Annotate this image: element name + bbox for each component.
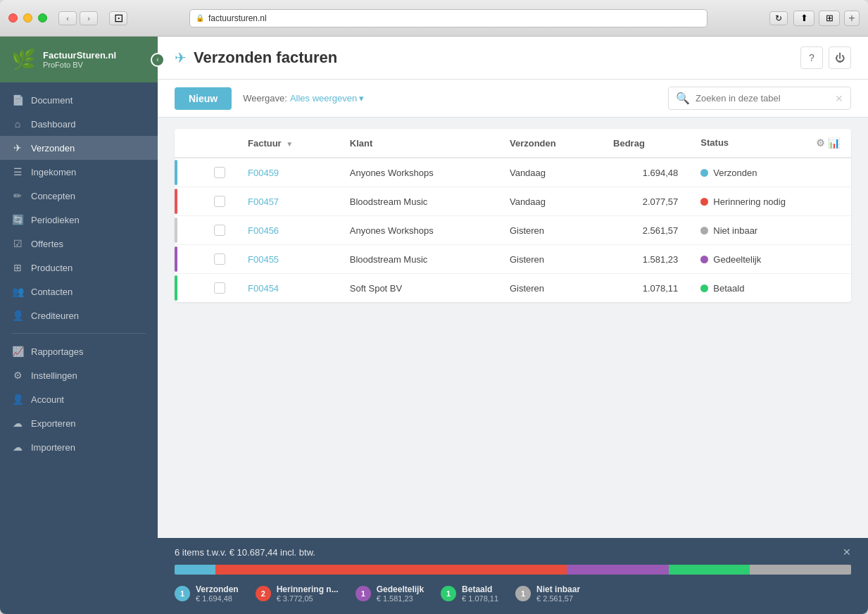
invoice-id[interactable]: F00459	[237, 158, 339, 187]
sidebar-item-periodieken[interactable]: 🔄 Periodieken	[0, 208, 158, 232]
row-checkbox[interactable]	[203, 187, 237, 216]
invoice-id[interactable]: F00456	[237, 216, 339, 245]
sidebar-item-exporteren[interactable]: ☁ Exporteren	[0, 411, 158, 435]
invoice-link[interactable]: F00454	[248, 283, 279, 294]
chart-icon[interactable]: 📊	[828, 137, 840, 149]
checkbox[interactable]	[214, 196, 225, 207]
stat-info: Gedeeltelijk € 1.581,23	[377, 584, 424, 603]
lock-icon: 🔒	[196, 14, 204, 22]
stat-badge: 1	[175, 586, 190, 601]
clear-search-icon[interactable]: ✕	[835, 93, 843, 104]
reload-button[interactable]: ↻	[769, 11, 788, 25]
new-button[interactable]: Nieuw	[175, 87, 232, 110]
search-input[interactable]	[696, 93, 829, 104]
producten-icon: ⊞	[11, 262, 24, 273]
row-indicator	[175, 245, 203, 274]
sidebar-item-rapportages[interactable]: 📈 Rapportages	[0, 339, 158, 363]
status-dot	[700, 227, 708, 234]
invoice-bedrag: 2.077,57	[602, 187, 689, 216]
progress-segment-purple	[567, 565, 668, 575]
stat-badge: 1	[441, 586, 456, 601]
invoice-id[interactable]: F00457	[237, 187, 339, 216]
invoice-verzonden: Gisteren	[498, 216, 602, 245]
sidebar-label-exporteren: Exporteren	[31, 418, 76, 429]
help-button[interactable]: ?	[800, 46, 823, 69]
invoice-status: Niet inbaar	[689, 216, 851, 245]
stat-item-purple: 1 Gedeeltelijk € 1.581,23	[356, 584, 424, 603]
invoice-id[interactable]: F00455	[237, 245, 339, 274]
new-tab-button[interactable]: +	[844, 11, 860, 26]
row-checkbox[interactable]	[203, 216, 237, 245]
status-dot	[700, 284, 708, 292]
stat-label: Gedeeltelijk	[377, 584, 424, 594]
sidebar-item-account[interactable]: 👤 Account	[0, 387, 158, 411]
th-verzonden: Verzonden	[498, 129, 602, 158]
row-checkbox[interactable]	[203, 245, 237, 274]
table-row: F00454 Soft Spot BV Gisteren 1.078,11 Be…	[175, 274, 851, 303]
stat-info: Herinnering n... € 3.772,05	[277, 584, 339, 603]
tab-button[interactable]: ⊞	[819, 11, 840, 26]
sidebar-item-document[interactable]: 📄 Document	[0, 88, 158, 112]
stat-item-green: 1 Betaald € 1.078,11	[441, 584, 498, 603]
window-toggle-button[interactable]: ⊡	[109, 11, 127, 25]
invoice-id[interactable]: F00454	[237, 274, 339, 303]
weergave-value[interactable]: Alles weergeven ▾	[290, 93, 364, 104]
back-button[interactable]: ‹	[58, 11, 77, 25]
sidebar-title: FactuurSturen.nl ProFoto BV	[43, 50, 116, 69]
invoice-status: Betaald	[689, 274, 851, 303]
fullscreen-button[interactable]	[38, 13, 47, 23]
th-bedrag: Bedrag	[602, 129, 689, 158]
forward-button[interactable]: ›	[80, 11, 98, 25]
sidebar-item-contacten[interactable]: 👥 Contacten	[0, 280, 158, 303]
sidebar-item-importeren[interactable]: ☁ Importeren	[0, 435, 158, 459]
checkbox[interactable]	[214, 167, 225, 178]
invoice-bedrag: 1.694,48	[602, 158, 689, 187]
traffic-lights	[8, 13, 47, 23]
stat-label: Herinnering n...	[277, 584, 339, 594]
row-checkbox[interactable]	[203, 274, 237, 303]
sidebar-item-instellingen[interactable]: ⚙ Instellingen	[0, 363, 158, 387]
checkbox[interactable]	[214, 282, 225, 294]
settings-icon[interactable]: ⚙	[816, 137, 825, 149]
sidebar-item-ingekomen[interactable]: ☰ Ingekomen	[0, 160, 158, 184]
status-label: Betaald	[713, 283, 744, 294]
stats-row: 1 Verzonden € 1.694,48 2 Herinnering n..…	[175, 584, 851, 603]
invoice-klant: Anyones Workshops	[339, 158, 498, 187]
invoice-status: Gedeeltelijk	[689, 245, 851, 274]
sidebar-item-verzonden[interactable]: ✈ Verzonden	[0, 136, 158, 160]
importeren-icon: ☁	[11, 441, 24, 453]
sidebar-item-concepten[interactable]: ✏ Concepten	[0, 184, 158, 208]
sidebar-label-periodieken: Periodieken	[31, 215, 80, 225]
minimize-button[interactable]	[23, 13, 32, 23]
bottom-bar-header: 6 items t.w.v. € 10.687,44 incl. btw. ✕	[175, 546, 851, 558]
invoice-link[interactable]: F00456	[248, 225, 279, 236]
sidebar-item-crediteuren[interactable]: 👤 Crediteuren	[0, 303, 158, 327]
power-button[interactable]: ⏻	[829, 46, 851, 69]
th-status: Status ⚙ 📊	[689, 129, 851, 158]
sidebar-item-producten[interactable]: ⊞ Producten	[0, 256, 158, 280]
row-indicator	[175, 216, 203, 245]
sidebar-label-instellingen: Instellingen	[31, 370, 77, 381]
table-row: F00457 Bloodstream Music Vandaag 2.077,5…	[175, 187, 851, 216]
sidebar-item-dashboard[interactable]: ⌂ Dashboard	[0, 112, 158, 136]
contacten-icon: 👥	[11, 286, 24, 297]
sidebar-toggle-button[interactable]: ‹	[151, 53, 165, 67]
table-row: F00455 Bloodstream Music Gisteren 1.581,…	[175, 245, 851, 274]
share-button[interactable]: ⬆	[793, 11, 814, 26]
sidebar-item-offertes[interactable]: ☑ Offertes	[0, 232, 158, 256]
invoice-link[interactable]: F00457	[248, 196, 279, 207]
titlebar: ‹ › ⊡ 🔒 factuursturen.nl ↻ ⬆ ⊞ +	[0, 0, 868, 37]
stat-label: Niet inbaar	[536, 584, 580, 594]
page-title: Verzonden facturen	[194, 49, 337, 67]
company-sub: ProFoto BV	[43, 61, 116, 69]
row-checkbox[interactable]	[203, 158, 237, 187]
invoice-verzonden: Gisteren	[498, 245, 602, 274]
checkbox[interactable]	[214, 225, 225, 236]
close-button[interactable]	[8, 13, 18, 23]
table-header-row: Factuur ▼ Klant Verzonden Bedrag Status …	[175, 129, 851, 158]
invoice-link[interactable]: F00455	[248, 254, 279, 265]
th-indicator	[175, 129, 203, 158]
close-bottom-button[interactable]: ✕	[843, 546, 851, 558]
checkbox[interactable]	[214, 253, 225, 265]
invoice-link[interactable]: F00459	[248, 168, 279, 178]
